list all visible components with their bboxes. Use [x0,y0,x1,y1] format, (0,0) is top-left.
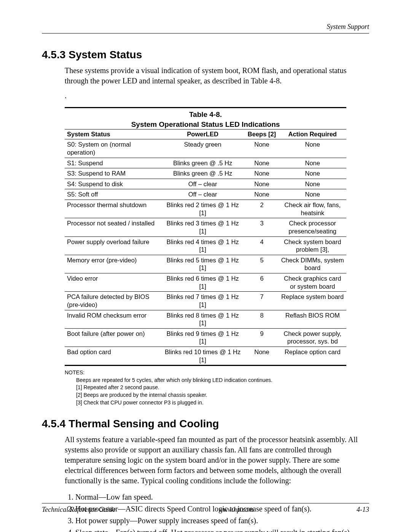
section2-paragraph: All systems feature a variable-speed fan… [65,435,369,486]
col-powerled: PowerLED [161,129,245,139]
cell-pl: Blinks red 6 times @ 1 Hz [1] [161,273,245,292]
cell-ar: Reflash BIOS ROM [279,310,346,328]
footer-right: 4-13 [357,506,369,514]
page: System Support 4.5.3System Status These … [0,0,411,532]
table-header-row: System Status PowerLED Beeps [2] Action … [65,129,346,139]
cell-pl: Blinks red 2 times @ 1 Hz [1] [161,200,245,218]
footer-center: www.hp.com [218,506,253,514]
cell-bp: None [245,158,279,168]
cell-bp: 9 [245,328,279,347]
table-row: Video errorBlinks red 6 times @ 1 Hz [1]… [65,273,346,292]
cell-ar: None [279,168,346,179]
cell-ar: Replace system board [279,292,346,310]
notes-lead: NOTES: [65,369,346,377]
cell-ss: S1: Suspend [65,158,161,168]
list-item: Hot power supply—Power supply increases … [75,515,369,527]
cell-ss: S5: Soft off [65,189,161,200]
cell-ar: None [279,189,346,200]
table-row: Boot failure (after power on)Blinks red … [65,328,346,347]
cell-pl: Blinks red 8 times @ 1 Hz [1] [161,310,245,328]
section1-paragraph: These systems provide a visual indicatio… [65,66,369,86]
cell-bp: None [245,168,279,179]
table-row: Processor thermal shutdownBlinks red 2 t… [65,200,346,218]
section-number: 4.5.3 [42,49,65,61]
note-item: [3] Check that CPU power connector P3 is… [76,399,346,407]
section-heading-system-status: 4.5.3System Status [42,49,369,61]
cell-ar: Check air flow, fans, heatsink [279,200,346,218]
cell-ar: None [279,179,346,189]
list-item: Normal—Low fan speed. [75,491,369,503]
cell-bp: None [245,179,279,189]
cell-pl: Off – clear [161,179,245,189]
cell-ar: Check graphics card or system board [279,273,346,292]
cell-ss: Power supply overload failure [65,236,161,255]
cell-bp: 8 [245,310,279,328]
table-row: S0: System on (normal operation)Steady g… [65,139,346,158]
table-row: Memory error (pre-video)Blinks red 5 tim… [65,255,346,273]
cell-ss: PCA failure detected by BIOS (pre-video) [65,292,161,310]
cell-bp: None [245,139,279,158]
footer-left: Technical Reference Guide [42,506,116,514]
table-row: Power supply overload failureBlinks red … [65,236,346,255]
table-caption: Table 4-8. System Operational Status LED… [65,107,346,129]
cell-bp: 5 [245,255,279,273]
table-notes: NOTES: Beeps are repeated for 5 cycles, … [65,369,346,406]
cell-pl: Blinks red 10 times @ 1 Hz [1] [161,347,245,366]
table-row: S4: Suspend to diskOff – clearNoneNone [65,179,346,189]
cell-ss: Bad option card [65,347,161,366]
section-title: System Status [68,49,142,61]
cell-pl: Blinks green @ .5 Hz [161,168,245,179]
cell-pl: Steady green [161,139,245,158]
cell-ar: Check system board problem [3], [279,236,346,255]
cell-pl: Blinks red 4 times @ 1 Hz [1] [161,236,245,255]
cell-ss: Processor not seated / installed [65,218,161,236]
cell-ar: None [279,139,346,158]
col-action-required: Action Required [279,129,346,139]
section-title: Thermal Sensing and Cooling [68,418,219,430]
table-row: PCA failure detected by BIOS (pre-video)… [65,292,346,310]
cell-pl: Off – clear [161,189,245,200]
cell-pl: Blinks red 3 times @ 1 Hz [1] [161,218,245,236]
cell-ar: None [279,158,346,168]
col-beeps: Beeps [2] [245,129,279,139]
list-item: Sleep state—Fan(s) turned off. Hot proce… [75,527,369,532]
cell-ar: Replace option card [279,347,346,366]
cell-ss: S0: System on (normal operation) [65,139,161,158]
note-item: Beeps are repeated for 5 cycles, after w… [76,377,346,384]
cell-ss: Boot failure (after power on) [65,328,161,347]
stray-period: . [65,91,369,100]
cell-bp: None [245,189,279,200]
note-item: [2] Beeps are produced by the internal c… [76,391,346,399]
table-4-8: Table 4-8. System Operational Status LED… [65,107,346,366]
cell-ss: S3: Suspend to RAM [65,168,161,179]
col-system-status: System Status [65,129,161,139]
table-caption-line1: Table 4-8. [189,110,222,118]
cell-ss: Memory error (pre-video) [65,255,161,273]
cell-bp: 2 [245,200,279,218]
page-header: System Support [42,23,369,34]
table-row: S3: Suspend to RAMBlinks green @ .5 HzNo… [65,168,346,179]
status-table: System Status PowerLED Beeps [2] Action … [65,129,346,366]
cell-pl: Blinks red 7 times @ 1 Hz [1] [161,292,245,310]
page-footer: Technical Reference Guide www.hp.com 4-1… [42,503,369,514]
cell-ar: Check processor presence/seating [279,218,346,236]
cell-pl: Blinks red 5 times @ 1 Hz [1] [161,255,245,273]
cell-pl: Blinks green @ .5 Hz [161,158,245,168]
section-heading-thermal: 4.5.4Thermal Sensing and Cooling [42,418,369,430]
cell-ss: Video error [65,273,161,292]
cell-ar: Check DIMMs, system board [279,255,346,273]
header-right-text: System Support [327,23,370,30]
table-caption-line2: System Operational Status LED Indication… [131,120,280,128]
cell-ss: S4: Suspend to disk [65,179,161,189]
table-row: Processor not seated / installedBlinks r… [65,218,346,236]
cell-bp: None [245,347,279,366]
section-number: 4.5.4 [42,418,65,430]
table-row: S1: SuspendBlinks green @ .5 HzNoneNone [65,158,346,168]
cell-bp: 3 [245,218,279,236]
note-item: [1] Repeated after 2 second pause. [76,384,346,391]
cell-ss: Processor thermal shutdown [65,200,161,218]
cell-bp: 7 [245,292,279,310]
table-row: S5: Soft offOff – clearNoneNone [65,189,346,200]
table-row: Bad option cardBlinks red 10 times @ 1 H… [65,347,346,366]
cell-bp: 4 [245,236,279,255]
